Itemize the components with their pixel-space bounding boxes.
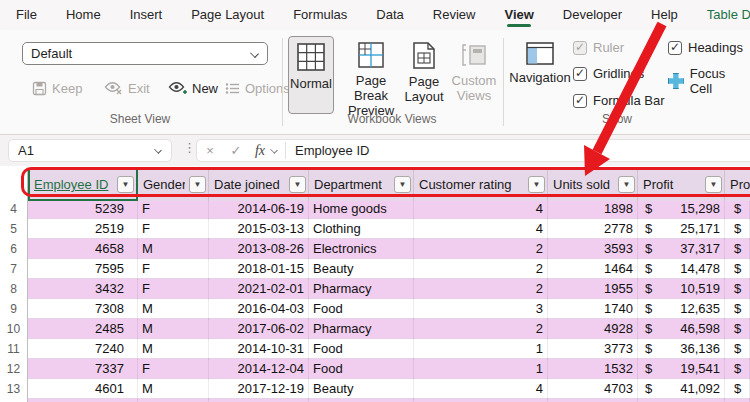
tab-insert[interactable]: Insert [130, 0, 163, 30]
filter-dropdown-icon[interactable]: ▼ [289, 176, 306, 193]
table-row[interactable]: 4 5239 F 2014-06-19 Home goods 4 1898 $1… [0, 199, 750, 219]
cell[interactable]: F [138, 199, 209, 220]
cell[interactable]: 2021-02-01 [209, 279, 309, 300]
cell[interactable]: 2017-12-19 [209, 379, 309, 400]
header-profit[interactable]: Profit ▼ [638, 168, 725, 201]
cell[interactable]: $25,171 [638, 219, 725, 240]
cell[interactable]: $19,541 [638, 359, 725, 380]
focus-cell-button[interactable]: Focus Cell [668, 66, 750, 96]
cell[interactable]: 2014-06-19 [209, 199, 309, 220]
cell[interactable]: 2016-04-03 [209, 299, 309, 320]
cell[interactable]: Food [309, 339, 414, 360]
cell[interactable]: $ [725, 379, 750, 400]
cell[interactable]: $ [725, 339, 750, 360]
cell[interactable]: 2519 [28, 219, 138, 240]
cell[interactable]: 3593 [548, 239, 638, 260]
cell[interactable]: 1464 [548, 259, 638, 280]
cell[interactable]: 4 [414, 219, 548, 240]
cell[interactable]: 2017-06-02 [209, 319, 309, 340]
cell[interactable]: $46,598 [638, 319, 725, 340]
row-number[interactable]: 9 [0, 299, 28, 320]
cell[interactable]: M [138, 299, 209, 320]
row-number[interactable]: 4 [0, 199, 28, 220]
page-break-preview-button[interactable]: Page Break Preview [340, 36, 402, 118]
gridlines-checkbox[interactable]: Gridlines [573, 66, 644, 81]
enter-icon[interactable]: ✓ [223, 143, 249, 158]
normal-view-button[interactable]: Normal [288, 36, 334, 114]
cell[interactable]: M [138, 319, 209, 340]
formula-bar[interactable]: × ✓ fx Employee ID [196, 139, 750, 162]
cell[interactable]: 2 [414, 319, 548, 340]
cell[interactable]: 3773 [548, 339, 638, 360]
cell[interactable]: $ [725, 319, 750, 340]
table-row[interactable]: 6 4658 M 2013-08-26 Electronics 2 3593 $… [0, 239, 750, 259]
cell[interactable]: Electronics [309, 239, 414, 260]
cell[interactable]: 2018-01-15 [209, 259, 309, 280]
table-row[interactable]: 11 7240 M 2014-10-31 Food 1 3773 $36,136… [0, 339, 750, 359]
cell[interactable]: $ [725, 279, 750, 300]
table-row[interactable]: 8 3432 F 2021-02-01 Pharmacy 2 1955 $10,… [0, 279, 750, 299]
cell[interactable]: $36,136 [638, 339, 725, 360]
cell[interactable]: 1532 [548, 359, 638, 380]
cell[interactable]: 2 [414, 259, 548, 280]
row-number[interactable]: 8 [0, 279, 28, 300]
row-number[interactable]: 5 [0, 219, 28, 240]
row-number[interactable]: 13 [0, 379, 28, 400]
page-layout-button[interactable]: Page Layout [402, 36, 446, 104]
cell[interactable]: $12,635 [638, 299, 725, 320]
cell[interactable]: 2485 [28, 319, 138, 340]
filter-dropdown-icon[interactable]: ▼ [189, 176, 206, 193]
cell[interactable]: Beauty [309, 259, 414, 280]
cell[interactable]: 4703 [548, 379, 638, 400]
table-row[interactable]: 13 4601 M 2017-12-19 Beauty 4 4703 $41,0… [0, 379, 750, 399]
custom-views-button[interactable]: Custom Views [448, 36, 500, 103]
row-number[interactable] [0, 168, 28, 201]
cell[interactable]: Home goods [309, 199, 414, 220]
cell[interactable]: 1 [414, 359, 548, 380]
row-number[interactable]: 6 [0, 239, 28, 260]
tab-help[interactable]: Help [651, 0, 678, 30]
row-number[interactable]: 11 [0, 339, 28, 360]
cell[interactable]: Food [309, 359, 414, 380]
tab-file[interactable]: File [16, 0, 37, 30]
name-box[interactable]: A1 [8, 139, 172, 162]
table-row[interactable]: 5 2519 F 2015-03-13 Clothing 4 2778 $25,… [0, 219, 750, 239]
table-row[interactable]: 9 7308 M 2016-04-03 Food 3 1740 $12,635 … [0, 299, 750, 319]
ruler-checkbox[interactable]: Ruler [573, 40, 624, 55]
header-customer-rating[interactable]: Customer rating ▼ [414, 168, 548, 201]
table-row[interactable]: 7 7595 F 2018-01-15 Beauty 2 1464 $14,47… [0, 259, 750, 279]
cell[interactable]: Pharmacy [309, 319, 414, 340]
options-button[interactable]: Options [225, 77, 290, 99]
cell[interactable]: $ [725, 199, 750, 220]
drag-handle-icon[interactable]: ⋮ [183, 140, 196, 155]
cell[interactable]: Pharmacy [309, 279, 414, 300]
cell[interactable]: 2014-12-04 [209, 359, 309, 380]
cell[interactable]: 1955 [548, 279, 638, 300]
cell[interactable]: $ [725, 219, 750, 240]
cell[interactable]: $14,478 [638, 259, 725, 280]
cell[interactable]: Clothing [309, 219, 414, 240]
filter-dropdown-icon[interactable]: ▼ [618, 176, 635, 193]
table-row[interactable]: 12 7337 F 2014-12-04 Food 1 1532 $19,541… [0, 359, 750, 379]
cell[interactable]: $ [725, 239, 750, 260]
filter-dropdown-icon[interactable]: ▼ [705, 176, 722, 193]
header-date-joined[interactable]: Date joined ▼ [209, 168, 309, 201]
cell[interactable]: $41,092 [638, 379, 725, 400]
cell[interactable]: 7308 [28, 299, 138, 320]
cell[interactable]: 4 [414, 199, 548, 220]
row-number[interactable]: 7 [0, 259, 28, 280]
header-clipped[interactable]: Pro [725, 168, 750, 201]
cell[interactable]: 7240 [28, 339, 138, 360]
cell[interactable]: 1898 [548, 199, 638, 220]
cell[interactable]: 1740 [548, 299, 638, 320]
filter-dropdown-icon[interactable]: ▼ [394, 176, 411, 193]
cell[interactable]: $10,519 [638, 279, 725, 300]
exit-button[interactable]: Exit [104, 77, 150, 99]
headings-checkbox[interactable]: Headings [668, 40, 743, 55]
cell[interactable]: F [138, 259, 209, 280]
keep-button[interactable]: Keep [32, 77, 82, 99]
row-number[interactable]: 10 [0, 319, 28, 340]
cell[interactable]: 7595 [28, 259, 138, 280]
tab-home[interactable]: Home [66, 0, 101, 30]
cell[interactable]: $15,298 [638, 199, 725, 220]
